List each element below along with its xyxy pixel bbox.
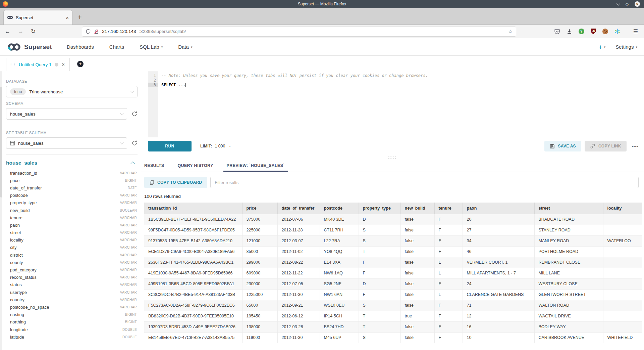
table-row[interactable]: 1B5C39ED-BE7F-41EF-9E71-9C60EED74A223750… bbox=[144, 214, 642, 225]
line-number: 3 bbox=[148, 83, 158, 87]
column-header-paon[interactable]: paon bbox=[463, 203, 534, 214]
window-close-icon[interactable]: × bbox=[635, 1, 640, 7]
schema-column-row[interactable]: cityVARCHAR bbox=[10, 244, 137, 251]
schema-column-row[interactable]: priceBIGINT bbox=[10, 177, 137, 184]
forward-icon[interactable]: → bbox=[18, 28, 23, 35]
pocket-icon[interactable] bbox=[554, 29, 560, 35]
browser-tab[interactable]: Superset × bbox=[3, 10, 72, 25]
table-row[interactable]: 193907D3-5DBD-453D-A49E-9FEE27DAB9261380… bbox=[144, 321, 642, 332]
schema-column-row[interactable]: countyVARCHAR bbox=[10, 259, 137, 266]
table-row[interactable]: 98F5DC47-0D05-4D59-95B7-98CA6F1FDE052250… bbox=[144, 225, 642, 235]
schema-column-row[interactable]: localityVARCHAR bbox=[10, 236, 137, 244]
schema-select[interactable]: house_sales bbox=[6, 108, 127, 120]
tab-close-icon[interactable]: × bbox=[66, 15, 69, 20]
save-as-button[interactable]: SAVE AS bbox=[544, 141, 581, 151]
sql-code-editor[interactable]: 123 -- Note: Unless you save your query,… bbox=[148, 71, 644, 137]
menu-icon[interactable]: ☰ bbox=[633, 28, 638, 35]
table-row[interactable]: 91370533-19F5-47FE-B142-A380A8ADA2101210… bbox=[144, 235, 642, 246]
column-header-date_of_transfer[interactable]: date_of_transfer bbox=[277, 203, 320, 214]
nav-item-dashboards[interactable]: Dashboards bbox=[67, 44, 94, 50]
insecure-lock-icon[interactable] bbox=[94, 29, 99, 34]
schema-column-row[interactable]: longitudeDOUBLE bbox=[10, 326, 137, 333]
add-new-button[interactable]: + ▾ bbox=[599, 44, 606, 50]
schema-column-row[interactable]: new_buildBOOLEAN bbox=[10, 207, 137, 214]
results-tab-query-history[interactable]: QUERY HISTORY bbox=[178, 160, 213, 172]
window-maximize-icon[interactable]: ◇ bbox=[626, 2, 629, 6]
column-header-price[interactable]: price bbox=[242, 203, 277, 214]
query-tab-close-icon[interactable]: × bbox=[62, 62, 65, 67]
schema-column-row[interactable]: date_of_transferDATE bbox=[10, 184, 137, 191]
table-row[interactable]: 419E1030-9A55-4467-8DA9-9FED95D659666090… bbox=[144, 268, 642, 278]
tracking-shield-icon[interactable] bbox=[86, 29, 91, 34]
column-header-street[interactable]: street bbox=[534, 203, 603, 214]
schema-column-row[interactable]: countryVARCHAR bbox=[10, 296, 137, 303]
downloads-icon[interactable] bbox=[567, 29, 572, 34]
table-row[interactable]: EB1459EB-67ED-47C8-B2E7-A38143AB55751190… bbox=[144, 332, 642, 343]
table-row[interactable]: ECE1D376-C9A6-4C00-B004-A380B189FA568500… bbox=[144, 246, 642, 257]
column-header-property_type[interactable]: property_type bbox=[359, 203, 400, 214]
new-browser-tab-button[interactable]: + bbox=[78, 14, 82, 20]
column-header-tenure[interactable]: tenure bbox=[434, 203, 463, 214]
table-row[interactable]: F5C273AC-0D2A-458F-8279-9C61F0C22EC66500… bbox=[144, 300, 642, 311]
schema-column-row[interactable]: tenureVARCHAR bbox=[10, 214, 137, 221]
schema-column-row[interactable]: districtVARCHAR bbox=[10, 251, 137, 259]
editor-code[interactable]: -- Note: Unless you save your query, the… bbox=[158, 71, 644, 137]
add-query-tab-button[interactable]: + bbox=[77, 61, 84, 67]
query-tab-active[interactable]: ⋮⋮ Untitled Query 1 × bbox=[6, 58, 70, 71]
schema-column-row[interactable]: paonVARCHAR bbox=[10, 221, 137, 229]
schema-column-row[interactable]: property_typeVARCHAR bbox=[10, 199, 137, 207]
database-select[interactable]: trino Trino warehouse bbox=[6, 86, 138, 97]
nav-item-sql-lab[interactable]: SQL Lab▾ bbox=[140, 44, 163, 50]
table-row[interactable]: 499B1981-3B6B-4BCD-808F-9FED9802BFA12300… bbox=[144, 278, 642, 289]
sidebar-scrollbar[interactable] bbox=[0, 71, 2, 350]
schema-column-row[interactable]: latitudeDOUBLE bbox=[10, 333, 137, 341]
schema-column-row[interactable]: streetVARCHAR bbox=[10, 229, 137, 236]
nav-item-charts[interactable]: Charts bbox=[109, 44, 124, 50]
results-tab-preview-house-sales[interactable]: PREVIEW: `HOUSE_SALES` bbox=[227, 160, 285, 172]
nav-item-data[interactable]: Data▾ bbox=[178, 44, 192, 50]
refresh-schema-icon[interactable] bbox=[131, 111, 138, 117]
collapse-chevron-up-icon[interactable] bbox=[130, 162, 135, 166]
cookie-extension-icon[interactable] bbox=[602, 29, 608, 34]
results-tab-results[interactable]: RESULTS bbox=[144, 160, 164, 172]
table-row[interactable]: 3C3C29DC-B7B2-4BE5-914A-A38123AF403B1225… bbox=[144, 289, 642, 300]
schema-column-row[interactable]: ppd_categoryVARCHAR bbox=[10, 266, 137, 273]
ublock-extension-icon[interactable]: uB bbox=[591, 29, 596, 34]
filter-results-input[interactable] bbox=[210, 177, 639, 188]
schema-column-row[interactable]: eastingBIGINT bbox=[10, 311, 137, 318]
column-header-transaction_id[interactable]: transaction_id bbox=[144, 203, 242, 214]
schema-column-row[interactable]: transaction_idVARCHAR bbox=[10, 169, 137, 177]
schema-column-row[interactable]: postcode_no_spaceVARCHAR bbox=[10, 303, 137, 311]
drag-handle-icon[interactable]: ⋮⋮ bbox=[9, 62, 16, 67]
more-options-icon[interactable]: ••• bbox=[632, 143, 639, 149]
refresh-table-icon[interactable] bbox=[131, 140, 138, 146]
results-table-container[interactable]: transaction_idpricedate_of_transferpostc… bbox=[144, 203, 642, 350]
reload-icon[interactable]: ↻ bbox=[31, 28, 36, 35]
copy-to-clipboard-button[interactable]: COPY TO CLIPBOARD bbox=[144, 177, 207, 188]
url-bar[interactable]: 217.160.120.143:32393/superset/sqllab/ ☆ bbox=[82, 27, 516, 37]
schema-column-row[interactable]: northingBIGINT bbox=[10, 318, 137, 326]
extension-green-icon[interactable]: Y bbox=[579, 29, 584, 34]
table-cell bbox=[603, 225, 642, 235]
schema-column-row[interactable]: record_statusVARCHAR bbox=[10, 274, 137, 281]
pane-resize-handle[interactable] bbox=[141, 155, 644, 160]
superset-logo[interactable]: Superset bbox=[7, 42, 52, 52]
copy-link-button[interactable]: COPY LINK bbox=[585, 141, 627, 151]
column-header-new_build[interactable]: new_build bbox=[400, 203, 434, 214]
schema-column-row[interactable]: usertypeVARCHAR bbox=[10, 289, 137, 296]
back-icon[interactable]: ← bbox=[5, 28, 10, 35]
table-row[interactable]: BB8320C9-D82B-4B37-90E0-9FEE05095E101954… bbox=[144, 311, 642, 321]
column-header-postcode[interactable]: postcode bbox=[320, 203, 359, 214]
table-select[interactable]: house_sales bbox=[6, 137, 127, 149]
window-minimize-icon[interactable] bbox=[616, 2, 620, 5]
run-button[interactable]: RUN bbox=[148, 141, 192, 151]
settings-menu[interactable]: Settings ▾ bbox=[615, 44, 637, 50]
table-row[interactable]: 2636F323-FF41-4765-81DB-98CAA6A43BC12990… bbox=[144, 257, 642, 268]
limit-dropdown[interactable]: LIMIT: 1 000 ▾ bbox=[200, 144, 231, 148]
multiaccount-extension-icon[interactable] bbox=[614, 29, 620, 34]
schema-column-row[interactable]: statusVARCHAR bbox=[10, 281, 137, 289]
schema-column-row[interactable]: postcodeVARCHAR bbox=[10, 192, 137, 199]
bookmark-star-icon[interactable]: ☆ bbox=[508, 29, 513, 35]
column-header-locality[interactable]: locality bbox=[603, 203, 642, 214]
table-name-heading[interactable]: house_sales bbox=[6, 160, 37, 166]
